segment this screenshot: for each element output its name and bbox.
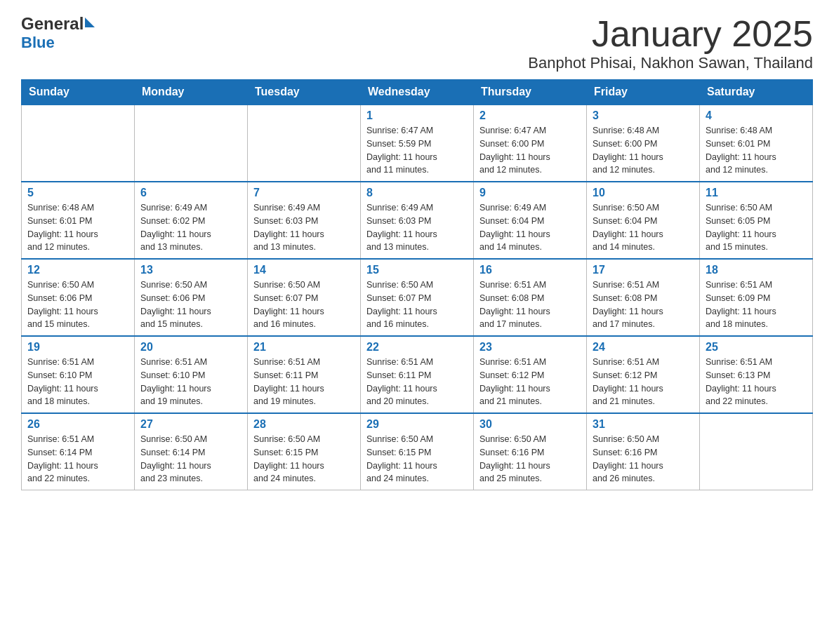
day-number: 25	[706, 341, 807, 354]
calendar-cell: 13Sunrise: 6:50 AM Sunset: 6:06 PM Dayli…	[135, 259, 248, 336]
day-info: Sunrise: 6:51 AM Sunset: 6:09 PM Dayligh…	[706, 279, 807, 331]
day-of-week-tuesday: Tuesday	[248, 80, 361, 105]
day-info: Sunrise: 6:50 AM Sunset: 6:06 PM Dayligh…	[140, 279, 241, 331]
day-number: 3	[593, 109, 694, 122]
day-number: 13	[140, 264, 241, 276]
calendar-cell: 20Sunrise: 6:51 AM Sunset: 6:10 PM Dayli…	[135, 336, 248, 413]
logo-triangle-icon	[85, 18, 95, 27]
day-info: Sunrise: 6:48 AM Sunset: 6:01 PM Dayligh…	[27, 201, 128, 254]
day-info: Sunrise: 6:51 AM Sunset: 6:13 PM Dayligh…	[706, 356, 807, 408]
calendar-cell: 5Sunrise: 6:48 AM Sunset: 6:01 PM Daylig…	[22, 182, 135, 259]
day-number: 23	[479, 341, 581, 354]
day-info: Sunrise: 6:49 AM Sunset: 6:02 PM Dayligh…	[140, 201, 241, 254]
day-of-week-sunday: Sunday	[22, 80, 135, 105]
day-number: 4	[706, 109, 807, 122]
day-info: Sunrise: 6:51 AM Sunset: 6:12 PM Dayligh…	[593, 356, 694, 408]
calendar-table: SundayMondayTuesdayWednesdayThursdayFrid…	[21, 79, 813, 490]
calendar-cell: 6Sunrise: 6:49 AM Sunset: 6:02 PM Daylig…	[135, 182, 248, 259]
calendar-cell: 23Sunrise: 6:51 AM Sunset: 6:12 PM Dayli…	[474, 336, 587, 413]
calendar-cell	[700, 413, 813, 490]
day-info: Sunrise: 6:50 AM Sunset: 6:05 PM Dayligh…	[706, 201, 807, 254]
day-number: 7	[253, 187, 355, 199]
day-number: 28	[253, 418, 355, 431]
day-number: 20	[140, 341, 241, 354]
calendar-cell: 4Sunrise: 6:48 AM Sunset: 6:01 PM Daylig…	[700, 105, 813, 182]
day-info: Sunrise: 6:51 AM Sunset: 6:14 PM Dayligh…	[27, 433, 128, 485]
calendar-cell: 21Sunrise: 6:51 AM Sunset: 6:11 PM Dayli…	[248, 336, 361, 413]
logo-general: General	[21, 14, 84, 34]
calendar-cell: 2Sunrise: 6:47 AM Sunset: 6:00 PM Daylig…	[474, 105, 587, 182]
day-info: Sunrise: 6:51 AM Sunset: 6:08 PM Dayligh…	[593, 279, 694, 331]
day-info: Sunrise: 6:50 AM Sunset: 6:06 PM Dayligh…	[27, 279, 128, 331]
month-title: January 2025	[528, 14, 813, 54]
day-info: Sunrise: 6:50 AM Sunset: 6:16 PM Dayligh…	[479, 433, 581, 485]
day-number: 15	[366, 264, 468, 276]
calendar-cell: 8Sunrise: 6:49 AM Sunset: 6:03 PM Daylig…	[361, 182, 474, 259]
calendar-cell: 1Sunrise: 6:47 AM Sunset: 5:59 PM Daylig…	[361, 105, 474, 182]
calendar-body: 1Sunrise: 6:47 AM Sunset: 5:59 PM Daylig…	[22, 105, 813, 490]
day-info: Sunrise: 6:49 AM Sunset: 6:03 PM Dayligh…	[253, 201, 355, 254]
calendar-cell: 15Sunrise: 6:50 AM Sunset: 6:07 PM Dayli…	[361, 259, 474, 336]
calendar-cell: 3Sunrise: 6:48 AM Sunset: 6:00 PM Daylig…	[587, 105, 700, 182]
day-number: 21	[253, 341, 355, 354]
day-info: Sunrise: 6:49 AM Sunset: 6:04 PM Dayligh…	[479, 201, 581, 254]
day-number: 17	[593, 264, 694, 276]
calendar-cell	[248, 105, 361, 182]
day-info: Sunrise: 6:50 AM Sunset: 6:15 PM Dayligh…	[366, 433, 468, 485]
day-info: Sunrise: 6:50 AM Sunset: 6:14 PM Dayligh…	[140, 433, 241, 485]
day-number: 29	[366, 418, 468, 431]
days-of-week-row: SundayMondayTuesdayWednesdayThursdayFrid…	[22, 80, 813, 105]
day-info: Sunrise: 6:50 AM Sunset: 6:15 PM Dayligh…	[253, 433, 355, 485]
week-row-4: 19Sunrise: 6:51 AM Sunset: 6:10 PM Dayli…	[22, 336, 813, 413]
day-number: 22	[366, 341, 468, 354]
day-number: 24	[593, 341, 694, 354]
day-info: Sunrise: 6:47 AM Sunset: 6:00 PM Dayligh…	[479, 124, 581, 177]
day-info: Sunrise: 6:48 AM Sunset: 6:01 PM Dayligh…	[706, 124, 807, 177]
day-number: 9	[479, 187, 581, 199]
calendar-cell: 30Sunrise: 6:50 AM Sunset: 6:16 PM Dayli…	[474, 413, 587, 490]
day-number: 30	[479, 418, 581, 431]
day-number: 14	[253, 264, 355, 276]
calendar-cell: 17Sunrise: 6:51 AM Sunset: 6:08 PM Dayli…	[587, 259, 700, 336]
day-of-week-thursday: Thursday	[474, 80, 587, 105]
day-number: 27	[140, 418, 241, 431]
calendar-cell: 25Sunrise: 6:51 AM Sunset: 6:13 PM Dayli…	[700, 336, 813, 413]
day-number: 12	[27, 264, 128, 276]
calendar-cell: 11Sunrise: 6:50 AM Sunset: 6:05 PM Dayli…	[700, 182, 813, 259]
day-number: 31	[593, 418, 694, 431]
day-info: Sunrise: 6:50 AM Sunset: 6:07 PM Dayligh…	[366, 279, 468, 331]
day-info: Sunrise: 6:51 AM Sunset: 6:08 PM Dayligh…	[479, 279, 581, 331]
calendar-cell: 26Sunrise: 6:51 AM Sunset: 6:14 PM Dayli…	[22, 413, 135, 490]
day-info: Sunrise: 6:51 AM Sunset: 6:10 PM Dayligh…	[27, 356, 128, 408]
day-number: 19	[27, 341, 128, 354]
day-number: 2	[479, 109, 581, 122]
calendar-cell: 31Sunrise: 6:50 AM Sunset: 6:16 PM Dayli…	[587, 413, 700, 490]
calendar-cell: 12Sunrise: 6:50 AM Sunset: 6:06 PM Dayli…	[22, 259, 135, 336]
week-row-5: 26Sunrise: 6:51 AM Sunset: 6:14 PM Dayli…	[22, 413, 813, 490]
week-row-1: 1Sunrise: 6:47 AM Sunset: 5:59 PM Daylig…	[22, 105, 813, 182]
calendar-cell: 29Sunrise: 6:50 AM Sunset: 6:15 PM Dayli…	[361, 413, 474, 490]
day-number: 18	[706, 264, 807, 276]
day-number: 11	[706, 187, 807, 199]
day-number: 16	[479, 264, 581, 276]
day-number: 6	[140, 187, 241, 199]
week-row-3: 12Sunrise: 6:50 AM Sunset: 6:06 PM Dayli…	[22, 259, 813, 336]
calendar-cell	[135, 105, 248, 182]
day-of-week-wednesday: Wednesday	[361, 80, 474, 105]
day-of-week-saturday: Saturday	[700, 80, 813, 105]
logo: General Blue	[21, 14, 95, 52]
day-of-week-friday: Friday	[587, 80, 700, 105]
calendar-cell: 16Sunrise: 6:51 AM Sunset: 6:08 PM Dayli…	[474, 259, 587, 336]
day-number: 10	[593, 187, 694, 199]
day-info: Sunrise: 6:51 AM Sunset: 6:11 PM Dayligh…	[366, 356, 468, 408]
location-title: Banphot Phisai, Nakhon Sawan, Thailand	[528, 54, 813, 72]
day-info: Sunrise: 6:47 AM Sunset: 5:59 PM Dayligh…	[366, 124, 468, 177]
calendar-cell: 7Sunrise: 6:49 AM Sunset: 6:03 PM Daylig…	[248, 182, 361, 259]
calendar-cell	[22, 105, 135, 182]
day-info: Sunrise: 6:48 AM Sunset: 6:00 PM Dayligh…	[593, 124, 694, 177]
week-row-2: 5Sunrise: 6:48 AM Sunset: 6:01 PM Daylig…	[22, 182, 813, 259]
day-number: 26	[27, 418, 128, 431]
calendar-cell: 24Sunrise: 6:51 AM Sunset: 6:12 PM Dayli…	[587, 336, 700, 413]
day-of-week-monday: Monday	[135, 80, 248, 105]
day-info: Sunrise: 6:50 AM Sunset: 6:07 PM Dayligh…	[253, 279, 355, 331]
